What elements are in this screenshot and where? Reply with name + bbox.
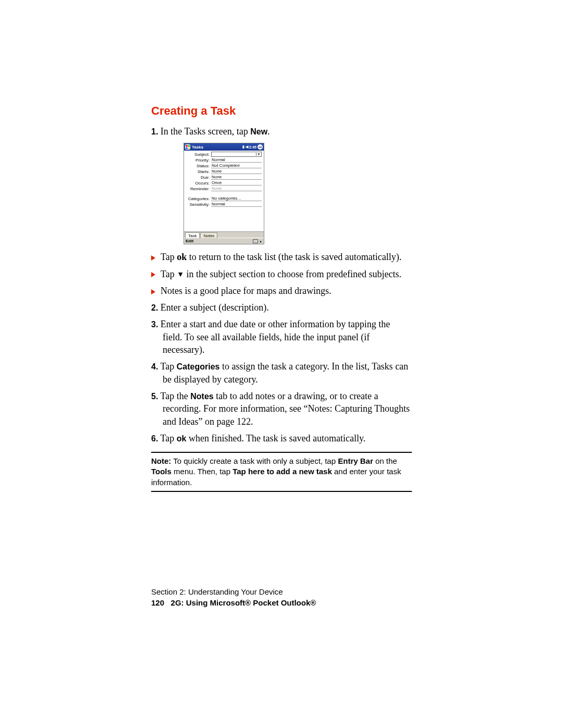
label-status: Status: — [186, 164, 211, 168]
note-text: on the — [373, 456, 397, 465]
windows-start-icon — [185, 144, 190, 150]
step-number: 6. — [151, 434, 158, 443]
bullet-3: Notes is a good place for maps and drawi… — [151, 285, 412, 297]
bullet-text: to return to the task list (the task is … — [187, 252, 401, 262]
note-text: menu. Then, tap — [172, 467, 232, 476]
triangle-bullet-icon — [151, 255, 155, 261]
step-text: . — [267, 126, 270, 137]
step-number: 1. — [151, 127, 158, 136]
value-occurs: Once — [211, 180, 262, 186]
step-text: Enter a start and due date or other info… — [158, 319, 390, 355]
page-number: 120 — [151, 598, 164, 607]
ok-button-icon: ok — [258, 144, 263, 150]
note-bold: Tap here to add a new task — [232, 467, 332, 476]
device-form: Subject:▼ Priority:Normal Status:Not Com… — [184, 151, 264, 231]
label-sensitivity: Sensitivity: — [186, 202, 211, 207]
device-titlebar: Tasks ▮ ◀ 2:45 ok — [184, 143, 264, 151]
signal-icon: ▮ — [242, 145, 244, 149]
triangle-bullet-icon — [151, 272, 155, 277]
step-bold: ok — [177, 434, 187, 443]
tab-task: Task — [185, 232, 200, 238]
step-text: Enter a subject (description). — [158, 302, 268, 313]
device-status-icons: ▮ ◀ 2:45 ok — [242, 144, 263, 150]
value-status: Not Completed — [211, 163, 262, 168]
note-bold: Entry Bar — [338, 456, 373, 465]
page-footer: Section 2: Understanding Your Device 120… — [151, 586, 316, 608]
step-number: 2. — [151, 303, 158, 312]
dropdown-glyph-icon: ▼ — [177, 270, 184, 278]
note-block: Note: To quickly create a task with only… — [151, 452, 412, 492]
value-starts: None — [211, 169, 262, 174]
value-priority: Normal — [211, 157, 262, 163]
device-screenshot: Tasks ▮ ◀ 2:45 ok Subject:▼ Priority:Nor… — [183, 143, 264, 244]
dropdown-icon: ▼ — [256, 153, 261, 156]
keyboard-toggle: ▲ — [253, 239, 262, 243]
step-bold: New — [250, 127, 267, 136]
step-4: 4. Tap Categories to assign the task a c… — [151, 360, 412, 386]
step-6: 6. Tap ok when finished. The task is sav… — [151, 432, 412, 445]
tab-notes: Notes — [200, 232, 217, 238]
step-text: Tap — [158, 433, 176, 443]
step-number: 5. — [151, 392, 158, 401]
bullet-text: Tap — [161, 252, 177, 262]
step-3: 3. Enter a start and due date or other i… — [151, 318, 412, 356]
note-bold: Tools — [151, 467, 172, 476]
bullet-2: Tap ▼ in the subject section to choose f… — [151, 268, 412, 280]
value-categories: No categories… — [211, 196, 262, 201]
label-categories: Categories: — [186, 196, 211, 201]
label-due: Due: — [186, 175, 211, 180]
footer-chapter: 2G: Using Microsoft® Pocket Outlook® — [171, 598, 316, 607]
value-sensitivity: Normal — [211, 202, 262, 207]
step-number: 4. — [151, 362, 158, 371]
note-text: To quickly create a task with only a sub… — [171, 456, 338, 465]
label-starts: Starts: — [186, 169, 211, 174]
bullet-text: Tap — [161, 269, 177, 279]
step-text: when finished. The task is saved automat… — [186, 433, 365, 443]
device-bottombar: Edit ▲ — [184, 238, 264, 244]
step-text: In the Tasks screen, tap — [158, 126, 250, 137]
device-title: Tasks — [192, 145, 242, 150]
speaker-icon: ◀ — [246, 145, 248, 149]
value-reminder: None — [211, 186, 262, 191]
section-heading: Creating a Task — [151, 104, 412, 118]
step-bold: Categories — [177, 362, 220, 371]
label-occurs: Occurs: — [186, 181, 211, 186]
keyboard-icon — [253, 239, 258, 243]
manual-page: Creating a Task 1. In the Tasks screen, … — [0, 0, 563, 492]
subject-input: ▼ — [211, 152, 262, 157]
device-time: 2:45 — [249, 145, 256, 149]
edit-menu: Edit — [186, 239, 193, 243]
bullet-text: in the subject section to choose from pr… — [184, 269, 401, 279]
step-5: 5. Tap the Notes tab to add notes or a d… — [151, 390, 412, 428]
step-text: Tap — [158, 361, 176, 372]
up-arrow-icon: ▲ — [259, 240, 262, 243]
bullet-bold: ok — [177, 252, 187, 262]
bullet-text: Notes is a good place for maps and drawi… — [161, 286, 331, 296]
step-1: 1. In the Tasks screen, tap New. — [151, 125, 412, 138]
note-label: Note: — [151, 456, 171, 465]
label-priority: Priority: — [186, 158, 211, 163]
triangle-bullet-icon — [151, 289, 155, 294]
bullet-1: Tap ok to return to the task list (the t… — [151, 251, 412, 263]
value-due: None — [211, 175, 262, 180]
device-tabs: Task Notes — [184, 231, 264, 238]
step-number: 3. — [151, 320, 158, 329]
footer-section: Section 2: Understanding Your Device — [151, 586, 316, 597]
step-bold: Notes — [190, 392, 213, 401]
step-2: 2. Enter a subject (description). — [151, 301, 412, 314]
step-text: Tap the — [158, 391, 190, 401]
label-reminder: Reminder: — [186, 187, 211, 191]
label-subject: Subject: — [186, 152, 211, 157]
